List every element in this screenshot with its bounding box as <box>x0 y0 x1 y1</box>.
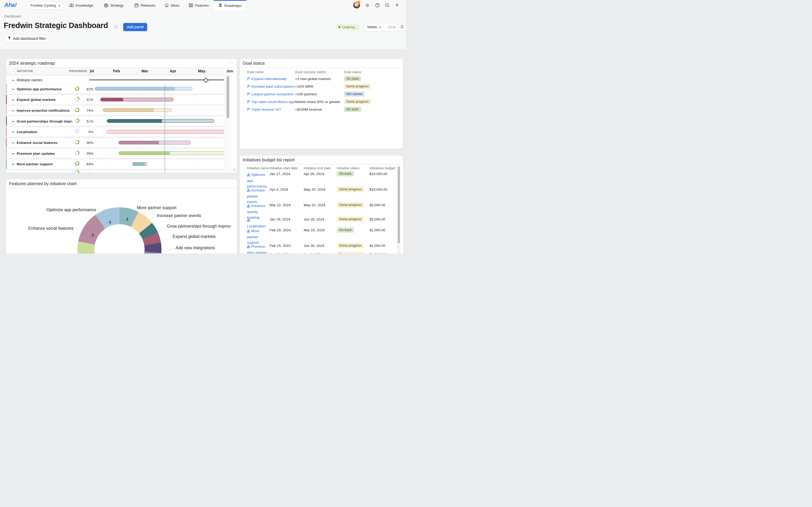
initiative-link[interactable] <box>247 252 270 253</box>
panel-menu-icon[interactable]: ⋯ <box>229 60 233 65</box>
resize-handle[interactable] <box>232 167 235 172</box>
initiative-name[interactable]: Premium plan updates <box>17 151 55 155</box>
donut-label[interactable]: Expand global markets <box>172 234 216 239</box>
nav-item-knowledge[interactable]: Knowledge <box>69 0 93 11</box>
budget-col-end[interactable]: Initiative end date <box>304 166 331 170</box>
expand-caret-icon[interactable]: ▸ <box>13 109 14 112</box>
budget-panel-title: Initiatives budget list report <box>243 157 295 162</box>
gantt-row[interactable]: ▸ More partner support 84% <box>6 160 224 169</box>
budget-col-budget[interactable]: Initiatives budget <box>369 166 396 170</box>
gantt-bar[interactable] <box>107 119 214 123</box>
share-button[interactable] <box>398 23 406 31</box>
search-icon[interactable] <box>385 3 390 8</box>
initiative-link[interactable]: More partner support <box>247 228 270 245</box>
goal-link[interactable]: Triple revenue YoY <box>247 108 282 112</box>
gantt-row[interactable]: ▸ Localization 0% <box>6 127 224 136</box>
goal-link[interactable]: Increase paid subscriptions <box>247 84 295 89</box>
nav-item-ideas[interactable]: Ideas <box>164 0 180 11</box>
gantt-scrollbar[interactable] <box>224 74 232 173</box>
milestone-diamond[interactable] <box>203 78 209 83</box>
initiative-name[interactable]: Localization <box>17 130 37 134</box>
budget-scrollbar[interactable] <box>397 166 401 253</box>
expand-caret-icon[interactable]: ▸ <box>13 130 14 133</box>
chevron-down-icon: ▾ <box>59 4 60 7</box>
goal-link[interactable]: Expand internationally <box>247 77 287 81</box>
donut-label[interactable]: Increase partner events <box>157 213 201 218</box>
gantt-row[interactable]: ▸ Premium plan updates 39% <box>6 149 224 158</box>
goal-col-name[interactable]: Goal name <box>247 70 264 74</box>
initiative-name[interactable]: Grow partnerships through impro... <box>17 119 72 123</box>
initiative-name[interactable]: Improve proactive notifications <box>17 108 69 112</box>
gantt-bar[interactable] <box>118 141 191 145</box>
budget-col-start[interactable]: Initiative start date <box>270 166 298 170</box>
gantt-row[interactable]: ▸ Optimize app performance 82% <box>6 84 224 94</box>
donut-label[interactable]: Grow partnerships through improv <box>167 224 231 229</box>
gantt-bar[interactable] <box>106 130 224 133</box>
add-dashboard-filter-button[interactable]: Add dashboard filter <box>4 35 49 43</box>
donut-label[interactable]: More partner support <box>137 206 176 210</box>
col-progress[interactable]: PROGRESS <box>69 69 87 73</box>
expand-caret-icon[interactable]: ▸ <box>13 98 14 101</box>
gantt-row[interactable]: ▸ Enhance social features 56% <box>6 138 224 147</box>
gantt-bar[interactable] <box>100 98 174 101</box>
donut-label[interactable]: Optimize app performance <box>46 208 96 212</box>
status-badge: Some progress <box>337 251 364 253</box>
gantt-bar[interactable] <box>118 151 224 155</box>
initiative-name[interactable]: Expand global markets <box>17 98 56 102</box>
initiative-name[interactable]: More partner support <box>17 162 53 166</box>
progress-ring <box>75 118 80 124</box>
goal-col-metric[interactable]: Goal success metric <box>295 70 326 74</box>
gantt-row[interactable]: ▸ Expand global markets 31% <box>6 95 224 104</box>
plus-icon[interactable]: + <box>395 1 399 6</box>
workspace-switcher[interactable]: Fredwin Cycling ▾ <box>27 2 63 9</box>
breadcrumb[interactable]: Dashboard <box>4 14 21 18</box>
budget-col-status[interactable]: Initiative status <box>337 166 359 170</box>
status-badge: Some progress <box>337 187 364 192</box>
nav-item-features[interactable]: Features <box>189 0 209 11</box>
progress-ring <box>75 129 80 135</box>
expand-caret-icon[interactable]: ▸ <box>13 78 14 81</box>
save-button[interactable]: Save <box>384 23 399 31</box>
help-icon[interactable] <box>375 3 380 8</box>
initiative-link[interactable]: Localization <box>247 217 270 229</box>
gantt-bar[interactable] <box>132 162 148 166</box>
initiative-link[interactable]: Optimize app performance <box>247 172 270 189</box>
budget-col-name[interactable]: Initiative name <box>247 166 269 170</box>
budget-panel: Initiatives budget list report Initiativ… <box>240 155 403 253</box>
roadmap-panel: 2024 strategic roadmap ⋯ INITIATIVE PROG… <box>6 59 237 173</box>
goal-col-status[interactable]: Goal status <box>344 70 361 74</box>
aha-logo[interactable]: Aha! <box>4 2 17 8</box>
goal-link[interactable]: Top rated social fitness app <box>247 100 295 104</box>
nav-item-releases[interactable]: Releases <box>134 0 155 11</box>
gear-icon[interactable] <box>365 3 370 8</box>
expand-caret-icon[interactable]: ▸ <box>13 152 14 155</box>
initiative-link[interactable]: Increase partner events <box>247 187 270 205</box>
initiative-name[interactable]: Enhance social features <box>17 141 58 145</box>
expand-caret-icon[interactable]: ▸ <box>13 162 14 166</box>
goal-link[interactable]: Largest partner ecosystem <box>247 92 294 97</box>
views-button[interactable]: Views ▾ <box>364 23 384 31</box>
release-names-row[interactable]: ▸ Release names <box>6 76 224 84</box>
donut-label[interactable]: Enhance social features <box>28 226 73 231</box>
expand-caret-icon[interactable]: ▸ <box>13 141 14 145</box>
expand-caret-icon[interactable]: ▸ <box>13 87 14 91</box>
expand-caret-icon[interactable]: ▸ <box>13 119 14 123</box>
used-by-badge[interactable]: Used by... <box>336 24 360 30</box>
col-initiative[interactable]: INITIATIVE <box>17 69 33 73</box>
add-panel-button[interactable]: Add panel <box>123 23 147 31</box>
gantt-bar[interactable] <box>95 87 192 91</box>
gantt-bar[interactable] <box>103 108 172 112</box>
nav-item-roadmaps-active[interactable]: Roadmaps <box>214 0 246 11</box>
initiative-link[interactable]: Premium plan updates <box>247 244 270 253</box>
donut-label[interactable]: Add new integrations <box>175 245 215 250</box>
favorite-star-icon[interactable]: ☆ <box>113 23 119 31</box>
gantt-row[interactable]: ▸ Grow partnerships through impro... 51% <box>6 116 224 126</box>
end-date: Apr 26, 2024 <box>304 172 324 176</box>
scrollbar-thumb[interactable] <box>226 76 229 118</box>
flag-icon <box>247 77 250 81</box>
nav-item-strategy[interactable]: Strategy <box>104 0 123 11</box>
gantt-row[interactable]: ▸ Improve proactive notifications 74% <box>6 106 224 115</box>
scrollbar-thumb[interactable] <box>398 167 400 243</box>
budget-value: $5,000.00 <box>369 203 386 207</box>
initiative-name[interactable]: Optimize app performance <box>17 87 62 91</box>
